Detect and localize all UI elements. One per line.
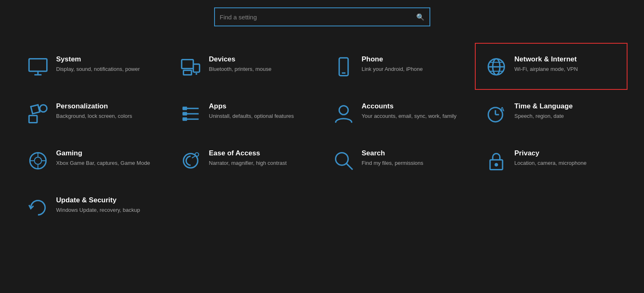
setting-item-update[interactable]: Update & SecurityWindows Update, recover… [17,184,169,231]
setting-title-accounts: Accounts [362,102,457,110]
gaming-icon [27,150,49,171]
setting-title-time: Time & Language [514,102,573,110]
svg-point-15 [40,105,47,112]
setting-subtitle-time: Speech, region, date [514,113,573,120]
svg-point-28 [34,157,41,164]
search-setting-icon [333,150,354,171]
svg-rect-19 [183,107,187,110]
svg-point-36 [335,153,348,165]
setting-text-gaming: GamingXbox Game Bar, captures, Game Mode [56,149,150,167]
setting-title-ease: Ease of Access [209,149,287,157]
setting-title-phone: Phone [362,55,423,63]
svg-point-39 [494,163,498,166]
setting-title-system: System [56,55,140,63]
setting-text-network: Network & InternetWi-Fi, airplane mode, … [514,55,578,73]
devices-icon [180,56,201,77]
setting-text-phone: PhoneLink your Android, iPhone [362,55,423,73]
svg-rect-20 [183,112,187,116]
setting-text-search: SearchFind my files, permissions [362,149,424,167]
accounts-icon [333,103,354,124]
privacy-icon [486,150,507,171]
setting-title-search: Search [362,149,424,157]
svg-rect-21 [183,117,187,121]
setting-title-network: Network & Internet [514,55,578,63]
setting-text-apps: AppsUninstall, defaults, optional featur… [209,102,294,120]
setting-item-phone[interactable]: PhoneLink your Android, iPhone [322,43,475,90]
setting-item-search[interactable]: SearchFind my files, permissions [322,137,475,184]
setting-title-personalization: Personalization [56,102,132,110]
svg-rect-14 [29,115,37,122]
svg-point-6 [196,73,197,75]
apps-icon [180,103,201,124]
setting-subtitle-accounts: Your accounts, email, sync, work, family [362,113,457,120]
setting-title-devices: Devices [209,55,271,63]
network-icon [486,56,507,77]
setting-subtitle-system: Display, sound, notifications, power [56,66,140,73]
setting-title-update: Update & Security [56,196,140,204]
setting-text-time: Time & LanguageSpeech, region, date [514,102,573,120]
svg-rect-0 [29,59,47,71]
setting-subtitle-search: Find my files, permissions [362,159,424,167]
svg-text:A: A [500,105,504,113]
setting-subtitle-phone: Link your Android, iPhone [362,66,423,73]
setting-item-gaming[interactable]: GamingXbox Game Bar, captures, Game Mode [17,137,169,184]
svg-rect-4 [193,64,200,73]
setting-title-gaming: Gaming [56,149,150,157]
svg-line-37 [346,164,352,170]
search-box[interactable]: 🔍 [214,7,430,26]
setting-subtitle-network: Wi-Fi, airplane mode, VPN [514,66,578,73]
update-icon [27,197,49,218]
setting-subtitle-update: Windows Update, recovery, backup [56,206,140,214]
setting-item-devices[interactable]: DevicesBluetooth, printers, mouse [169,43,322,90]
setting-item-network[interactable]: Network & InternetWi-Fi, airplane mode, … [475,43,627,90]
svg-point-22 [339,106,348,115]
setting-subtitle-privacy: Location, camera, microphone [514,159,587,167]
setting-text-devices: DevicesBluetooth, printers, mouse [209,55,271,73]
svg-line-35 [192,156,196,158]
setting-text-update: Update & SecurityWindows Update, recover… [56,196,140,214]
setting-item-ease[interactable]: Ease of AccessNarrator, magnifier, high … [169,137,322,184]
setting-item-apps[interactable]: AppsUninstall, defaults, optional featur… [169,90,322,137]
setting-item-system[interactable]: SystemDisplay, sound, notifications, pow… [17,43,169,90]
svg-rect-5 [184,70,192,75]
setting-text-privacy: PrivacyLocation, camera, microphone [514,149,587,167]
system-icon [27,56,49,77]
search-icon: 🔍 [416,13,425,21]
settings-grid: SystemDisplay, sound, notifications, pow… [0,39,644,235]
svg-rect-3 [182,60,193,69]
personalization-icon [27,103,49,124]
setting-text-accounts: AccountsYour accounts, email, sync, work… [362,102,457,120]
top-bar: 🔍 [0,0,644,39]
setting-text-personalization: PersonalizationBackground, lock screen, … [56,102,132,120]
setting-subtitle-devices: Bluetooth, printers, mouse [209,66,271,73]
setting-subtitle-gaming: Xbox Game Bar, captures, Game Mode [56,159,150,167]
search-input[interactable] [220,14,416,21]
ease-icon [180,150,201,171]
setting-title-privacy: Privacy [514,149,587,157]
setting-item-privacy[interactable]: PrivacyLocation, camera, microphone [475,137,627,184]
setting-subtitle-apps: Uninstall, defaults, optional features [209,113,294,120]
setting-subtitle-personalization: Background, lock screen, colors [56,113,132,120]
phone-icon [333,56,354,77]
setting-item-accounts[interactable]: AccountsYour accounts, email, sync, work… [322,90,475,137]
setting-text-ease: Ease of AccessNarrator, magnifier, high … [209,149,287,167]
setting-item-time[interactable]: A Time & LanguageSpeech, region, date [475,90,627,137]
setting-item-personalization[interactable]: PersonalizationBackground, lock screen, … [17,90,169,137]
setting-subtitle-ease: Narrator, magnifier, high contrast [209,159,287,167]
setting-text-system: SystemDisplay, sound, notifications, pow… [56,55,140,73]
svg-point-34 [195,153,199,157]
setting-title-apps: Apps [209,102,294,110]
time-icon: A [486,103,507,124]
